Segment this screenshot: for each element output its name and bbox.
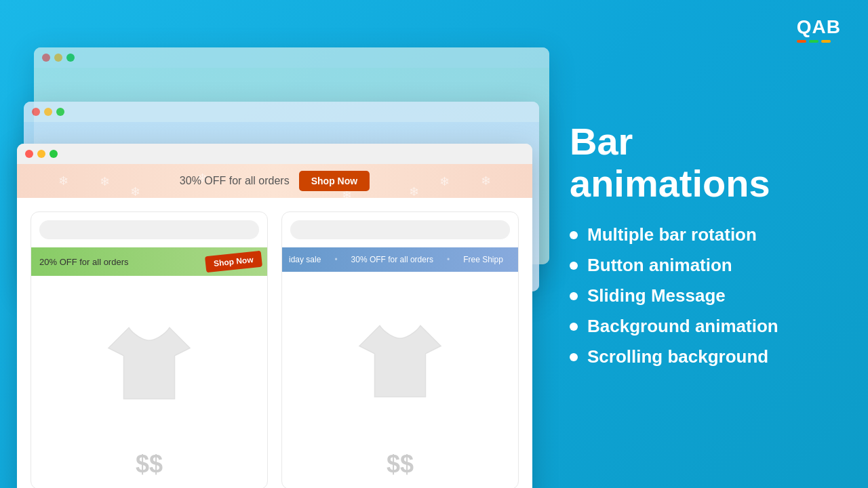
feature-item-4: Background animation — [570, 316, 827, 337]
sliding-divider-2: • — [447, 255, 450, 264]
dot-yellow-mid — [44, 108, 52, 116]
card-bar-green: 20% OFF for all orders Shop Now — [31, 247, 267, 276]
feature-text-5: Scrolling background — [587, 346, 768, 367]
feature-item-1: Multiple bar rotation — [570, 224, 827, 245]
dot-green-back — [66, 54, 75, 62]
bullet-4 — [570, 323, 578, 331]
bullet-5 — [570, 353, 578, 361]
tshirt-area-right — [349, 272, 451, 450]
product-card-left: 20% OFF for all orders Shop Now $$ — [31, 211, 268, 488]
logo: QAB — [797, 16, 841, 43]
card-search-right[interactable] — [290, 220, 510, 239]
card-bar-green-text: 20% OFF for all orders — [39, 257, 129, 267]
sliding-item-1: iday sale — [289, 255, 321, 264]
announcement-bar: ❄ ❄ ❄ ❄ ❄ ❄ ❄ ❄ 30% OFF for all orders S… — [17, 164, 532, 198]
dot-yellow-front — [37, 150, 45, 158]
card-bar-sliding: iday sale • 30% OFF for all orders • Fre… — [282, 247, 518, 272]
shop-now-button[interactable]: Shop Now — [299, 171, 370, 191]
dot-green-front — [50, 150, 58, 158]
dot-yellow-back — [54, 54, 62, 62]
sliding-divider-1: • — [334, 255, 337, 264]
snowflake-1: ❄ — [58, 174, 68, 188]
features-list: Multiple bar rotation Button animation S… — [570, 224, 827, 367]
tshirt-area-left — [98, 276, 200, 450]
logo-bar-3 — [821, 40, 831, 43]
snowflake-6: ❄ — [409, 184, 419, 198]
page-title: Bar animations — [570, 121, 827, 204]
bullet-2 — [570, 262, 578, 270]
feature-text-1: Multiple bar rotation — [587, 224, 757, 245]
logo-bar-1 — [797, 40, 806, 43]
tshirt-icon-left — [98, 316, 200, 411]
feature-item-3: Sliding Message — [570, 285, 827, 306]
sliding-item-3: Free Shipp — [463, 255, 503, 264]
card-shop-now-button[interactable]: Shop Now — [205, 251, 262, 273]
bullet-3 — [570, 292, 578, 300]
sliding-item-2: 30% OFF for all orders — [351, 255, 433, 264]
product-area: 20% OFF for all orders Shop Now $$ iday … — [17, 198, 532, 488]
right-panel: Bar animations Multiple bar rotation But… — [570, 121, 827, 367]
product-card-right: iday sale • 30% OFF for all orders • Fre… — [281, 211, 519, 488]
announcement-text: 30% OFF for all orders — [180, 175, 290, 187]
logo-underline — [797, 40, 841, 43]
price-left: $$ — [136, 450, 163, 479]
feature-item-5: Scrolling background — [570, 346, 827, 367]
browser-front-titlebar — [17, 144, 532, 164]
logo-bar-2 — [809, 40, 818, 43]
snowflake-3: ❄ — [130, 184, 140, 198]
snowflake-4: ❄ — [481, 174, 491, 188]
feature-item-2: Button animation — [570, 255, 827, 276]
feature-text-2: Button animation — [587, 255, 732, 276]
bullet-1 — [570, 231, 578, 239]
dot-red-back — [42, 54, 50, 62]
feature-text-4: Background animation — [587, 316, 778, 337]
logo-text: QAB — [797, 16, 841, 37]
browser-back-titlebar — [34, 47, 549, 68]
price-right: $$ — [387, 450, 414, 479]
snowflake-5: ❄ — [439, 174, 450, 189]
mockups-area: All t-shirts are 15% OFF Sign up and get… — [14, 34, 570, 481]
browser-front: ❄ ❄ ❄ ❄ ❄ ❄ ❄ ❄ 30% OFF for all orders S… — [17, 144, 532, 488]
dot-red-front — [25, 150, 33, 158]
dot-red-mid — [32, 108, 40, 116]
snowflake-2: ❄ — [100, 174, 110, 189]
card-search-left[interactable] — [39, 220, 259, 239]
dot-green-mid — [56, 108, 64, 116]
browser-mid-titlebar — [24, 102, 539, 122]
feature-text-3: Sliding Message — [587, 285, 726, 306]
tshirt-icon-right — [349, 314, 451, 409]
